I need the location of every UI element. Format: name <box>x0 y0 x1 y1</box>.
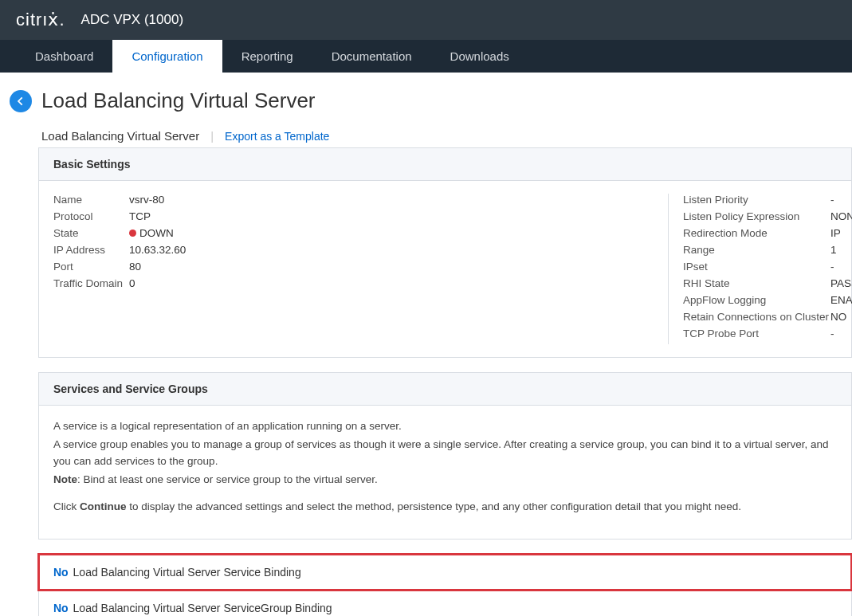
label-rhi-state: RHI State <box>683 277 830 289</box>
tab-documentation[interactable]: Documentation <box>312 40 431 73</box>
value-state: DOWN <box>129 227 174 239</box>
value-redirection-mode: IP <box>830 227 841 239</box>
d3a: Click <box>53 500 80 512</box>
label-protocol: Protocol <box>53 210 129 222</box>
basic-left-column: Namevsrv-80 ProtocolTCP StateDOWN IP Add… <box>39 194 669 344</box>
back-button[interactable] <box>10 90 32 112</box>
tab-dashboard[interactable]: Dashboard <box>16 40 112 73</box>
basic-settings-heading: Basic Settings <box>39 148 851 181</box>
status-dot-icon <box>129 230 136 237</box>
note-label: Note <box>53 473 77 485</box>
services-note: Note: Bind at least one service or servi… <box>53 472 837 488</box>
brand-logo: citrıẋ. <box>16 10 65 30</box>
services-panel: Services and Service Groups A service is… <box>38 372 852 539</box>
product-name: ADC VPX (1000) <box>81 12 184 28</box>
label-listen-priority: Listen Priority <box>683 194 830 206</box>
binding-no-prefix: No <box>53 602 69 614</box>
value-traffic-domain: 0 <box>129 277 135 289</box>
value-tcp-probe-port: - <box>830 328 834 339</box>
label-redirection-mode: Redirection Mode <box>683 227 830 239</box>
basic-settings-panel: Basic Settings Namevsrv-80 ProtocolTCP S… <box>38 147 852 358</box>
label-retain-connections: Retain Connections on Cluster <box>683 311 830 323</box>
label-port: Port <box>53 261 129 273</box>
value-range: 1 <box>830 244 837 256</box>
services-heading: Services and Service Groups <box>39 373 851 406</box>
d3b: Continue <box>80 500 127 512</box>
label-ipset: IPset <box>683 261 830 273</box>
label-name: Name <box>53 194 129 206</box>
value-appflow-logging: ENABLED <box>830 294 852 306</box>
value-name: vsrv-80 <box>129 194 164 206</box>
label-ip: IP Address <box>53 244 129 256</box>
value-ipset: - <box>830 261 834 273</box>
value-retain-connections: NO <box>830 311 846 323</box>
breadcrumb: Load Balancing Virtual Server <box>41 129 199 143</box>
page-title: Load Balancing Virtual Server <box>41 88 316 113</box>
value-protocol: TCP <box>129 210 151 222</box>
divider: | <box>210 129 214 143</box>
basic-right-column: Listen Priority- Listen Policy Expressio… <box>669 194 852 344</box>
services-desc-1: A service is a logical representation of… <box>53 418 837 434</box>
servicegroup-binding-label: Load Balancing Virtual Server ServiceGro… <box>70 602 332 614</box>
page-content: Load Balancing Virtual Server Load Balan… <box>0 73 852 616</box>
label-state: State <box>53 227 129 239</box>
top-bar: citrıẋ. ADC VPX (1000) <box>0 0 852 40</box>
value-listen-policy-expression: NONE <box>830 210 852 222</box>
arrow-left-icon <box>15 96 26 107</box>
export-template-link[interactable]: Export as a Template <box>225 130 329 143</box>
value-port: 80 <box>129 261 141 273</box>
note-text: : Bind at least one service or service g… <box>77 473 378 485</box>
services-desc-2: A service group enables you to manage a … <box>53 437 837 469</box>
value-ip: 10.63.32.60 <box>129 244 186 256</box>
tab-reporting[interactable]: Reporting <box>222 40 312 73</box>
label-tcp-probe-port: TCP Probe Port <box>683 328 830 339</box>
tab-downloads[interactable]: Downloads <box>431 40 528 73</box>
label-range: Range <box>683 244 830 256</box>
nav-tabs: Dashboard Configuration Reporting Docume… <box>0 40 852 73</box>
tab-configuration[interactable]: Configuration <box>112 40 222 73</box>
state-text: DOWN <box>139 227 174 239</box>
binding-no-prefix: No <box>53 566 69 579</box>
service-binding-row[interactable]: No Load Balancing Virtual Server Service… <box>38 554 852 590</box>
value-listen-priority: - <box>830 194 834 206</box>
service-binding-label: Load Balancing Virtual Server Service Bi… <box>70 566 301 579</box>
services-desc-3: Click Continue to display the advanced s… <box>53 499 837 515</box>
d3c: to display the advanced settings and sel… <box>127 500 742 512</box>
label-listen-policy-expression: Listen Policy Expression <box>683 210 830 222</box>
label-traffic-domain: Traffic Domain <box>53 277 129 289</box>
label-appflow-logging: AppFlow Logging <box>683 294 830 306</box>
servicegroup-binding-row[interactable]: No Load Balancing Virtual Server Service… <box>38 590 852 616</box>
value-rhi-state: PASSIVE <box>830 277 852 289</box>
